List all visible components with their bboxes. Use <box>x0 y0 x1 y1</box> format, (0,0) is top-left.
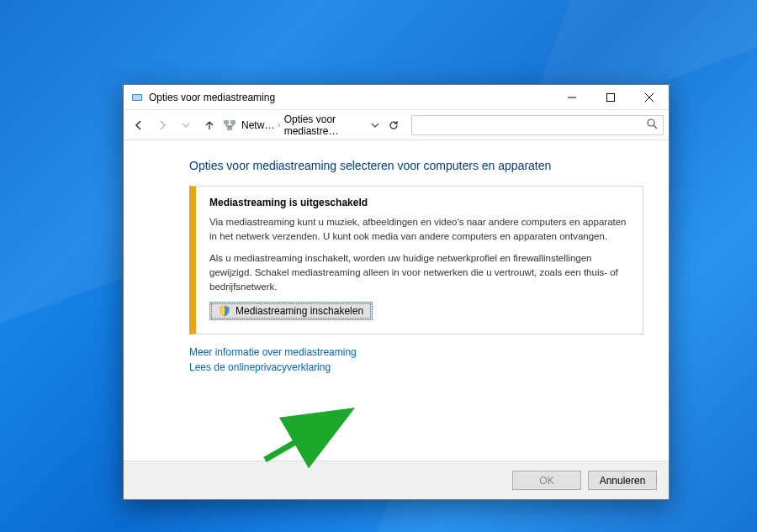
content: Opties voor mediastreaming selecteren vo… <box>124 140 669 461</box>
network-icon <box>223 119 236 132</box>
panel-heading: Mediastreaming is uitgeschakeld <box>209 197 629 208</box>
app-icon <box>130 91 144 104</box>
shield-icon <box>219 305 230 317</box>
window-title: Opties voor mediastreaming <box>149 92 275 103</box>
crumb-level2[interactable]: Opties voor mediastre… <box>284 113 368 137</box>
cancel-button[interactable]: Annuleren <box>588 471 657 490</box>
links: Meer informatie over mediastreaming Lees… <box>189 346 643 373</box>
svg-rect-7 <box>230 120 236 124</box>
enable-streaming-button[interactable]: Mediastreaming inschakelen <box>209 302 373 320</box>
forward-button[interactable] <box>152 115 172 135</box>
titlebar: Opties voor mediastreaming <box>124 85 669 110</box>
crumb-level1[interactable]: Netw… <box>241 119 274 131</box>
enable-button-label: Mediastreaming inschakelen <box>236 305 363 317</box>
privacy-link[interactable]: Lees de onlineprivacyverklaring <box>189 361 643 373</box>
page-title: Opties voor mediastreaming selecteren vo… <box>189 159 643 172</box>
panel-paragraph-1: Via mediastreaming kunt u muziek, afbeel… <box>209 215 629 243</box>
search-input[interactable] <box>411 115 664 135</box>
svg-rect-8 <box>227 126 232 130</box>
search-icon <box>647 119 658 132</box>
navbar: Netw… › Opties voor mediastre… <box>124 110 669 140</box>
maximize-button[interactable] <box>591 85 630 110</box>
panel-paragraph-2: Als u mediastreaming inschakelt, worden … <box>209 251 629 293</box>
recent-chevron-icon[interactable] <box>176 115 196 135</box>
minimize-button[interactable] <box>553 85 591 110</box>
svg-line-10 <box>654 125 657 129</box>
window: Opties voor mediastreaming <box>123 84 670 500</box>
svg-rect-6 <box>224 120 229 124</box>
refresh-button[interactable] <box>386 115 401 135</box>
up-button[interactable] <box>199 115 220 135</box>
window-controls <box>553 85 669 110</box>
svg-point-9 <box>648 119 654 126</box>
back-button[interactable] <box>129 115 149 135</box>
close-button[interactable] <box>630 85 669 110</box>
more-info-link[interactable]: Meer informatie over mediastreaming <box>189 346 643 358</box>
info-panel: Mediastreaming is uitgeschakeld Via medi… <box>189 186 643 334</box>
svg-rect-1 <box>133 95 141 100</box>
svg-rect-3 <box>607 93 615 101</box>
address-chevron-icon[interactable] <box>369 118 381 133</box>
footer: OK Annuleren <box>124 461 669 499</box>
breadcrumb[interactable]: Netw… › Opties voor mediastre… <box>223 113 401 137</box>
ok-button[interactable]: OK <box>512 471 581 490</box>
chevron-right-icon: › <box>278 120 280 129</box>
